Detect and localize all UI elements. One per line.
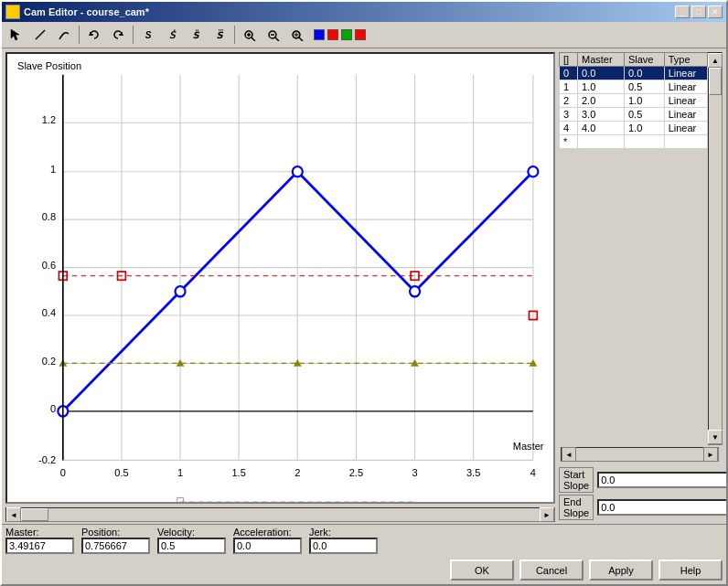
svg-point-55 <box>528 166 538 176</box>
svg-text:-0.2: -0.2 <box>38 454 56 465</box>
table-scroll-right[interactable]: ► <box>703 447 718 462</box>
acceleration-input[interactable] <box>233 538 302 554</box>
position-input[interactable] <box>81 538 150 554</box>
table-row[interactable]: 11.00.5Linear <box>560 80 708 94</box>
svg-text:3.5: 3.5 <box>466 466 480 477</box>
table-scroll-down[interactable]: ▼ <box>708 430 723 444</box>
s4-btn[interactable]: S⃛ <box>209 25 230 45</box>
s1-btn[interactable]: S <box>137 25 159 45</box>
table-scroll-left[interactable]: ◄ <box>562 447 576 462</box>
undo-btn[interactable] <box>83 25 105 45</box>
zoom-in-btn[interactable] <box>239 25 261 45</box>
svg-text:0.2: 0.2 <box>42 355 56 366</box>
svg-text:Master: Master <box>513 441 544 452</box>
end-slope-input[interactable] <box>597 499 726 516</box>
svg-text:0: 0 <box>60 466 66 477</box>
table-scroll-track[interactable] <box>709 68 722 430</box>
title-bar: Cam Editor - course_cam* _ □ ✕ <box>2 2 726 22</box>
table-row[interactable]: 22.01.0Linear <box>560 94 708 108</box>
help-button[interactable]: Help <box>658 559 723 581</box>
svg-text:3: 3 <box>412 466 417 477</box>
pointer-tool[interactable] <box>5 25 27 45</box>
master-label: Master: <box>5 527 74 538</box>
scroll-thumb-h[interactable] <box>21 508 48 521</box>
svg-point-53 <box>293 166 303 176</box>
svg-point-54 <box>410 286 420 296</box>
svg-text:0.8: 0.8 <box>42 211 56 222</box>
s3-btn[interactable]: S̈ <box>185 25 207 45</box>
velocity-field: Velocity: <box>157 527 226 554</box>
table-row[interactable]: 44.01.0Linear <box>560 122 708 135</box>
curve-tool[interactable] <box>53 25 75 45</box>
zoom-out-btn[interactable] <box>262 25 284 45</box>
master-input[interactable] <box>5 538 74 554</box>
color-swatches <box>314 29 366 40</box>
minimize-btn[interactable]: _ <box>675 5 690 18</box>
svg-rect-14 <box>7 54 553 502</box>
col-master: Master <box>578 53 625 67</box>
scroll-right-btn[interactable]: ► <box>540 507 554 522</box>
table-scroll-thumb[interactable] <box>709 68 722 95</box>
end-slope-label: End Slope <box>559 495 594 520</box>
table-area: [] Master Slave Type 00.00.0Linear11.00.… <box>557 48 726 467</box>
start-slope-row: Start Slope <box>559 467 723 493</box>
table-scrollbar-h[interactable]: ◄ ► <box>561 447 719 462</box>
svg-text:1: 1 <box>50 164 56 175</box>
svg-line-12 <box>299 37 303 41</box>
title-bar-left: Cam Editor - course_cam* <box>5 5 149 19</box>
chart-area: Slave Position <box>2 48 557 524</box>
svg-text:0: 0 <box>50 403 56 414</box>
master-field: Master: <box>5 527 74 554</box>
ok-button[interactable]: OK <box>450 559 514 581</box>
table-row[interactable]: 33.00.5Linear <box>560 108 708 122</box>
status-bar: Master: Position: Velocity: Acceleration… <box>2 524 726 556</box>
scroll-track-h[interactable] <box>21 508 540 521</box>
close-btn[interactable]: ✕ <box>708 5 723 18</box>
app-icon <box>5 5 20 19</box>
table-scroll-up[interactable]: ▲ <box>708 53 723 68</box>
position-field: Position: <box>81 527 150 554</box>
table-scrollbar-v[interactable]: ▲ ▼ <box>708 52 723 445</box>
jerk-input[interactable] <box>309 538 378 554</box>
col-index: [] <box>560 53 578 67</box>
svg-text:4: 4 <box>530 466 536 477</box>
acceleration-field: Acceleration: <box>233 527 302 554</box>
color-green <box>341 29 352 40</box>
acceleration-label: Acceleration: <box>233 527 302 538</box>
main-content: Slave Position <box>2 48 726 524</box>
redo-btn[interactable] <box>107 25 129 45</box>
s2-btn[interactable]: Ṡ <box>161 25 183 45</box>
end-slope-row: End Slope <box>559 495 723 520</box>
zoom-fit-btn[interactable] <box>286 25 308 45</box>
color-red <box>327 29 338 40</box>
sep3 <box>234 26 235 44</box>
apply-button[interactable]: Apply <box>589 559 653 581</box>
scroll-left-btn[interactable]: ◄ <box>6 507 21 522</box>
right-panel: [] Master Slave Type 00.00.0Linear11.00.… <box>557 48 726 524</box>
maximize-btn[interactable]: □ <box>691 5 706 18</box>
svg-point-52 <box>176 286 186 296</box>
line-tool[interactable] <box>29 25 51 45</box>
chart-svg: Slave Position <box>7 54 553 502</box>
table-row[interactable]: * <box>560 135 708 149</box>
svg-text:2: 2 <box>294 466 300 477</box>
svg-text:1.2: 1.2 <box>42 114 56 125</box>
svg-text:0.5: 0.5 <box>114 466 128 477</box>
svg-text:1: 1 <box>177 466 183 477</box>
sep2 <box>133 26 134 44</box>
start-slope-label: Start Slope <box>559 467 594 493</box>
toolbar: S Ṡ S̈ S⃛ <box>2 22 726 48</box>
chart-scrollbar-h[interactable]: ◄ ► <box>5 507 555 522</box>
jerk-label: Jerk: <box>309 527 378 538</box>
color-blue <box>314 29 325 40</box>
col-type: Type <box>664 53 707 67</box>
window-title: Cam Editor - course_cam* <box>24 6 149 17</box>
velocity-input[interactable] <box>157 538 226 554</box>
start-slope-input[interactable] <box>597 472 726 488</box>
jerk-field: Jerk: <box>309 527 378 554</box>
position-label: Position: <box>81 527 150 538</box>
table-row[interactable]: 00.00.0Linear <box>560 67 708 80</box>
velocity-label: Velocity: <box>157 527 226 538</box>
cancel-button[interactable]: Cancel <box>519 559 583 581</box>
svg-text:0.4: 0.4 <box>42 307 56 318</box>
